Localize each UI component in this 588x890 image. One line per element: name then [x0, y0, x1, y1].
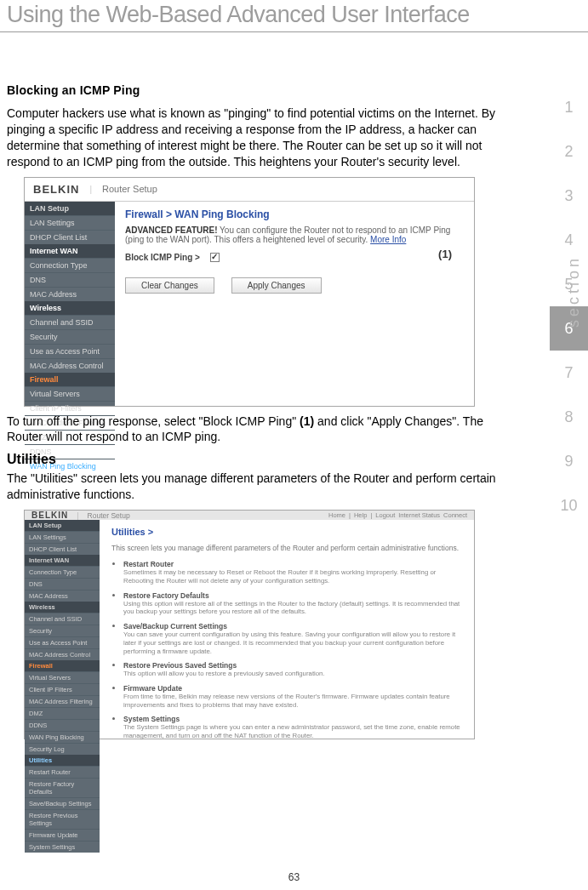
sidebar-group-lan: LAN Setup: [25, 202, 115, 215]
block-icmp-row: Block ICMP Ping >: [125, 253, 464, 262]
section-label: section: [565, 255, 583, 328]
sidebar-item[interactable]: MAC Address Control: [25, 358, 115, 373]
util-title: Restore Factory Defaults: [123, 591, 462, 600]
sidebar-item[interactable]: Use as Access Point: [25, 344, 115, 358]
list-item: Restart RouterSometimes it may be necess…: [123, 559, 462, 585]
sidebar-item[interactable]: WAN Ping Blocking: [25, 731, 100, 743]
more-info-link[interactable]: More Info: [370, 235, 406, 244]
sidebar-group-lan: LAN Setup: [25, 520, 100, 531]
sidebar-item[interactable]: LAN Settings: [25, 215, 115, 230]
top-link[interactable]: Connect: [443, 511, 467, 519]
util-desc: Using this option will restore all of th…: [123, 600, 462, 616]
top-links: Home| Help| Logout Internet Status Conne…: [328, 511, 467, 519]
list-item: Save/Backup Current SettingsYou can save…: [123, 621, 462, 655]
sidebar-item[interactable]: MAC Address Filtering: [25, 695, 100, 707]
sidebar-item[interactable]: Firmware Update: [25, 829, 100, 841]
ss1-header: BELKIN | Router Setup: [25, 178, 474, 202]
sidebar-item[interactable]: DDNS: [25, 719, 100, 731]
callout-marker-1: (1): [438, 248, 452, 260]
section-nav-item[interactable]: 1: [550, 85, 588, 129]
breadcrumb: Firewall > WAN Ping Blocking: [125, 208, 464, 220]
sidebar-item[interactable]: Channel and SSID: [25, 315, 115, 329]
top-link[interactable]: Help: [354, 511, 367, 519]
top-link[interactable]: Logout: [375, 511, 395, 519]
sidebar-item[interactable]: Security: [25, 329, 115, 344]
para-after-a: To turn off the ping response, select "B…: [7, 414, 300, 428]
sidebar-item[interactable]: MAC Address: [25, 590, 100, 602]
ss2-header: BELKIN | Router Setup Home| Help| Logout…: [25, 511, 474, 520]
ss2-sidebar: LAN Setup LAN Settings DHCP Client List …: [25, 520, 100, 853]
list-item: Firmware UpdateFrom time to time, Belkin…: [123, 683, 462, 709]
sidebar-item[interactable]: Client IP Filters: [25, 683, 100, 695]
sidebar-item[interactable]: Security Log: [25, 743, 100, 755]
sidebar-item[interactable]: Security: [25, 625, 100, 636]
sidebar-item[interactable]: LAN Settings: [25, 531, 100, 543]
section-nav-item[interactable]: 3: [550, 174, 588, 218]
util-title: Restore Previous Saved Settings: [123, 661, 462, 670]
sidebar-item[interactable]: Restore Factory Defaults: [25, 778, 100, 797]
util-desc: This option will allow you to restore a …: [123, 670, 462, 678]
advanced-feature-text: ADVANCED FEATURE! You can configure the …: [125, 225, 464, 244]
brand-logo: BELKIN: [31, 511, 68, 520]
section-nav-item[interactable]: 7: [550, 351, 588, 395]
sidebar-item[interactable]: Virtual Servers: [25, 671, 100, 683]
util-title: Firmware Update: [123, 684, 462, 693]
heading-blocking-icmp: Blocking an ICMP Ping: [7, 83, 511, 97]
section-nav-item[interactable]: 9: [550, 439, 588, 483]
clear-changes-button[interactable]: Clear Changes: [125, 277, 214, 294]
para-utilities: The "Utilities" screen lets you manage d…: [7, 471, 511, 503]
section-nav-item[interactable]: 8: [550, 395, 588, 439]
sidebar-item[interactable]: DHCP Client List: [25, 543, 100, 555]
main-content: Blocking an ICMP Ping Computer hackers u…: [0, 32, 528, 739]
sidebar-group-firewall[interactable]: Firewall: [25, 660, 100, 671]
sidebar-group-firewall[interactable]: Firewall: [25, 373, 115, 386]
apply-changes-button[interactable]: Apply Changes: [231, 277, 322, 294]
sidebar-item[interactable]: DNS: [25, 578, 100, 590]
list-item: System SettingsThe System Settings page …: [123, 714, 462, 739]
ss1-main: Firewall > WAN Ping Blocking ADVANCED FE…: [115, 202, 474, 406]
page-title: Using the Web-Based Advanced User Interf…: [0, 0, 588, 28]
sidebar-item[interactable]: DNS: [25, 272, 115, 287]
sidebar-item[interactable]: Connection Type: [25, 258, 115, 272]
section-nav-item[interactable]: 2: [550, 129, 588, 174]
adv-label: ADVANCED FEATURE!: [125, 225, 218, 235]
utilities-list: Restart RouterSometimes it may be necess…: [111, 559, 462, 740]
breadcrumb: Utilities >: [111, 527, 462, 537]
sidebar-item[interactable]: DMZ: [25, 707, 100, 719]
ss2-main: Utilities > This screen lets you manage …: [100, 520, 474, 853]
sidebar-item[interactable]: Channel and SSID: [25, 613, 100, 625]
util-title: System Settings: [123, 715, 462, 723]
sidebar-item[interactable]: System Settings: [25, 841, 100, 853]
ss1-sidebar: LAN Setup LAN Settings DHCP Client List …: [25, 202, 115, 406]
util-desc: The System Settings page is where you ca…: [123, 723, 462, 739]
brand-logo: BELKIN: [33, 183, 79, 196]
util-title: Save/Backup Current Settings: [123, 622, 462, 630]
sidebar-item[interactable]: Use as Access Point: [25, 636, 100, 648]
util-desc: From time to time, Belkin may release ne…: [123, 693, 462, 709]
sidebar-group-utilities[interactable]: Utilities: [25, 755, 100, 766]
sidebar-item[interactable]: Virtual Servers: [25, 386, 115, 401]
sidebar-item[interactable]: Restart Router: [25, 766, 100, 778]
sidebar-group-wan: Internet WAN: [25, 244, 115, 258]
sidebar-item[interactable]: MAC Address: [25, 287, 115, 301]
para-blocking: Computer hackers use what is known as "p…: [7, 106, 511, 170]
page-number: 63: [288, 871, 300, 883]
util-desc: You can save your current configuration …: [123, 630, 462, 655]
sidebar-item[interactable]: DHCP Client List: [25, 230, 115, 244]
para-after-bold: (1): [300, 414, 314, 428]
block-icmp-checkbox[interactable]: [210, 253, 220, 262]
sidebar-item[interactable]: MAC Address Control: [25, 648, 100, 660]
section-nav-item[interactable]: 10: [550, 483, 588, 528]
sidebar-group-wireless: Wireless: [25, 301, 115, 315]
brand-subtitle: Router Setup: [88, 511, 130, 520]
sidebar-item[interactable]: Save/Backup Settings: [25, 797, 100, 809]
block-icmp-label: Block ICMP Ping >: [125, 253, 200, 262]
brand-subtitle: Router Setup: [102, 184, 157, 194]
top-link[interactable]: Internet Status: [398, 511, 440, 519]
list-item: Restore Factory DefaultsUsing this optio…: [123, 590, 462, 616]
sidebar-group-wan: Internet WAN: [25, 555, 100, 566]
top-link[interactable]: Home: [328, 511, 345, 519]
sidebar-item[interactable]: Restore Previous Settings: [25, 809, 100, 829]
screenshot-utilities: BELKIN | Router Setup Home| Help| Logout…: [24, 510, 475, 739]
sidebar-item[interactable]: Connection Type: [25, 566, 100, 578]
